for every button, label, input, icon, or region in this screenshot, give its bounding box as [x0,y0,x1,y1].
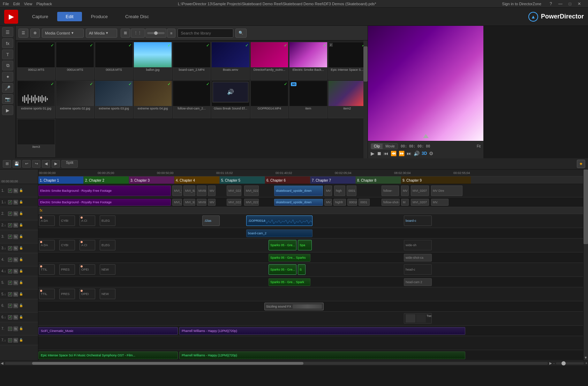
clip-skateboard[interactable]: skateboard_upside_down [274,186,323,196]
media-item[interactable]: ✓ DirectorFamily_outro... [250,42,288,80]
track-5s-lock[interactable]: 🔓 [19,292,23,296]
stop-btn[interactable]: ⏹ [377,151,382,156]
media-item[interactable]: ✓ extreme sports 03.jpg [95,81,133,119]
track-5s-icon[interactable]: fx [13,292,18,297]
step-fwd-btn[interactable]: ⏩ [399,151,405,156]
tl-nav-right[interactable]: ▶ [52,160,60,168]
clip-t2-cybi[interactable]: CYBI [59,215,75,226]
track-4-lock[interactable]: 🔓 [19,258,23,262]
clip-t3-a-ci[interactable]: A CI [80,240,95,250]
clip-sub-skateboard[interactable]: skateboard_upside_down [274,199,323,206]
clip-t4-sparks1[interactable]: Sparks 05 - Gre... [269,264,296,275]
menu-file[interactable]: File [3,2,9,6]
sidebar-pip-btn[interactable]: ⧉ [2,61,13,70]
sidebar-title-btn[interactable]: T [2,50,13,59]
clip-t5-new[interactable]: NEW [100,289,115,299]
sidebar-toggle-btn[interactable]: ☰ [18,29,28,38]
track-6-lock[interactable]: 🔓 [19,304,23,308]
fit-dropdown[interactable]: Fit [477,144,481,148]
search-icon-btn[interactable]: 🔍 [235,29,247,38]
sidebar-fx-btn[interactable]: fx [2,38,13,48]
clip-sub-mvi92[interactable]: MVI92 [197,199,206,206]
chapter-3[interactable]: 3. Chapter 3 [129,176,174,184]
track-7s-checkbox[interactable]: □ [8,338,12,342]
tl-save-btn[interactable]: 💾 [13,160,21,168]
chapter-7[interactable]: 7. Chapter 7 [310,176,356,184]
clip-0001[interactable]: 0001 [347,186,356,196]
track-6s-lock[interactable]: 🔓 [19,315,23,319]
tab-capture[interactable]: Capture [24,12,56,21]
media-item[interactable]: ✓ GOPR0014.MP4 [250,81,288,119]
clip-smoke-bg[interactable]: Electric Smoke Background - Royalty Free… [38,186,171,196]
clip-sizzling[interactable]: Sizzling sound FX [264,303,324,310]
sort-btn[interactable]: ⋮⋮ [131,29,145,38]
clip-tab[interactable]: Clip [371,144,383,149]
track-4-checkbox[interactable]: ✓ [8,258,12,262]
clip-scifi-music[interactable]: SciFi_Cinematic_Music [38,327,178,335]
track-2-fx-icon[interactable]: fx [13,211,18,216]
sign-in-link[interactable]: Sign in to DirectorZone [502,2,542,6]
tl-home-btn[interactable]: ⊞ [3,160,11,168]
tab-edit[interactable]: Edit [57,12,82,21]
track-7-checkbox[interactable]: □ [8,327,12,331]
media-item[interactable]: item3 [17,119,55,157]
track-7s-icon[interactable]: fx [13,338,18,343]
clip-t4-open[interactable]: OPEI [80,264,95,275]
clip-t3-wide[interactable]: wide-sh [404,240,432,250]
media-item[interactable]: item2 [328,81,366,119]
media-scrollbar[interactable] [363,40,368,158]
help-btn[interactable]: ? [550,1,552,6]
media-scroll-thumb[interactable] [363,46,368,82]
track-2-lock[interactable]: 🔓 [19,212,23,216]
clip-t2-glas[interactable]: .Glas [202,215,220,226]
split-button[interactable]: Split [61,160,78,168]
clip-t3-a-da[interactable]: A DA [39,240,55,250]
track-1-lock[interactable]: 🔓 [19,189,23,193]
track-4s-lock[interactable]: 🔓 [19,269,23,273]
clip-t4s-head[interactable]: head-cam 2 [404,278,432,286]
clip-mvi0223[interactable]: MVI_0223 [244,186,259,196]
hscroll-track[interactable] [5,362,548,365]
clip-t4-sparks2[interactable]: S [298,264,306,275]
tl-nav-left[interactable]: ◀ [42,160,50,168]
media-item[interactable]: ✓ follow-shot-cam_2... [173,81,211,119]
track-4s-checkbox[interactable]: ✓ [8,269,12,273]
timeline-hscroll[interactable]: ◀ ▶ - + [0,361,588,365]
clip-t3-sparks2[interactable]: Spa [298,240,312,250]
size-slider[interactable] [145,29,166,38]
media-item[interactable]: ✓ ballon.jpg [134,42,172,80]
rewind-btn[interactable]: ⏮ [384,151,389,156]
clip-mvi92[interactable]: MVI92 [197,186,206,196]
track-1-checkbox[interactable]: ✓ [8,189,12,193]
clip-sub-0001b[interactable]: 0001 [359,199,370,206]
chapter-2[interactable]: 2. Chapter 2 [84,176,129,184]
sidebar-mic-btn[interactable]: 🎤 [2,83,13,93]
maximize-btn[interactable]: □ [569,1,571,6]
clip-t6-two[interactable]: Twc [404,313,432,324]
grid-view-btn[interactable]: ⊞ [121,29,130,38]
track-4-fx-icon[interactable]: fx [13,257,18,262]
track-6-checkbox[interactable]: ✓ [8,304,12,308]
track-3s-checkbox[interactable]: ✓ [8,246,12,250]
media-item[interactable]: ✓♪ Epic Intense Space S... [328,42,366,80]
clip-mv-dire[interactable]: MV Dire [431,186,462,196]
track-7s-lock[interactable]: 🔓 [19,338,23,342]
clip-sub-mvi0223[interactable]: MVI_0223 [244,199,259,206]
media-item[interactable]: ✓ 00012.MTS [17,42,55,80]
chapter-8[interactable]: 8. Chapter 8 [356,176,401,184]
media-item[interactable]: ✓🔊 Glass Break Sound Ef... [211,81,249,119]
media-item[interactable]: ✓ extreme sports 01.jpg [17,81,55,119]
clip-sub-mvi923[interactable]: MVI_923 [183,199,195,206]
track-3s-icon[interactable]: fx [13,246,18,251]
timeline-scrollbar[interactable]: ▼ [583,169,588,361]
clip-mv2[interactable]: MV [324,186,332,196]
clip-mvi0207[interactable]: MVI_0207 [411,186,429,196]
clip-t4-new[interactable]: NEW [100,264,115,275]
clip-sub-mvi9[interactable]: MVI_9 [172,199,182,206]
menu-edit[interactable]: Edit [13,2,20,6]
fwd-btn[interactable]: ⏭ [407,151,412,156]
clip-sub-mv-dire[interactable]: MV. [431,199,448,206]
clip-t2s-gopr[interactable]: board-cam_2 [246,229,312,237]
clip-follow[interactable]: follow- [382,186,399,196]
clip-t4-ttl[interactable]: TTIL [39,264,55,275]
